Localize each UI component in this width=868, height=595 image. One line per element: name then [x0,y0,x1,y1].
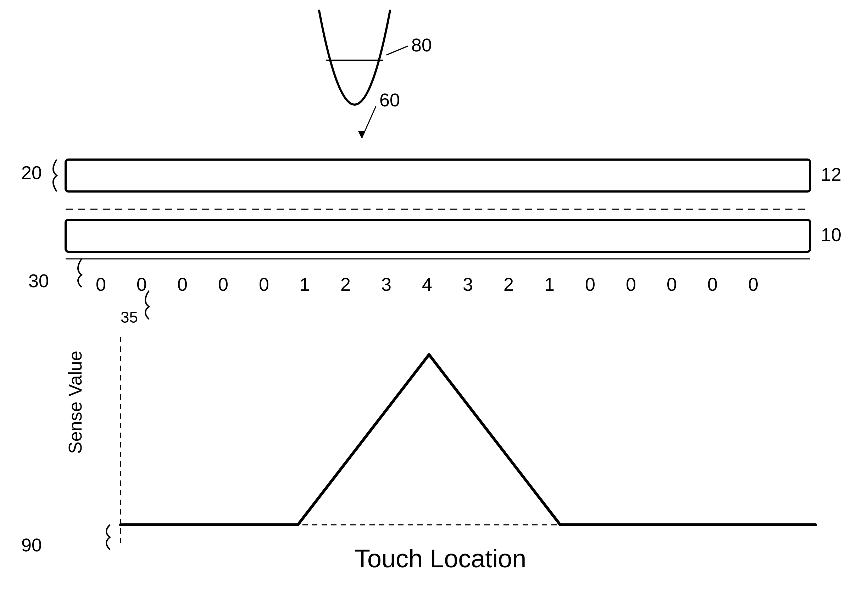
sensor-val-5: 0 [259,274,269,295]
sensor-val-9: 4 [422,274,432,295]
sensor-val-13: 0 [585,274,595,295]
sensor-val-8: 3 [381,274,391,295]
sensor-val-2: 0 [136,274,147,295]
label-30: 30 [28,270,49,291]
label-20: 20 [21,162,42,183]
sensor-val-10: 3 [463,274,473,295]
label-60: 60 [379,90,400,110]
svg-rect-4 [66,159,810,192]
svg-line-3 [387,46,408,55]
sensor-val-16: 0 [707,274,717,295]
sensor-val-6: 1 [300,274,310,295]
label-35: 35 [121,309,138,326]
sensor-val-7: 2 [340,274,351,295]
label-10: 10 [821,224,841,245]
sensor-val-15: 0 [667,274,677,295]
sensor-val-14: 0 [626,274,636,295]
label-80: 80 [411,35,432,55]
sensor-val-11: 2 [503,274,514,295]
touch-location-label: Touch Location [354,544,526,573]
label-12: 12 [821,164,841,185]
sense-value-label: Sense Value [65,351,86,454]
sensor-val-12: 1 [544,274,555,295]
sensor-val-3: 0 [177,274,187,295]
sensor-val-1: 0 [96,274,106,295]
svg-rect-6 [66,220,810,252]
sensor-val-4: 0 [218,274,228,295]
svg-marker-2 [358,131,365,138]
label-90: 90 [21,535,42,555]
diagram-container: 60 80 20 12 10 30 0 0 0 0 0 1 2 3 [0,0,868,595]
sensor-val-17: 0 [748,274,759,295]
